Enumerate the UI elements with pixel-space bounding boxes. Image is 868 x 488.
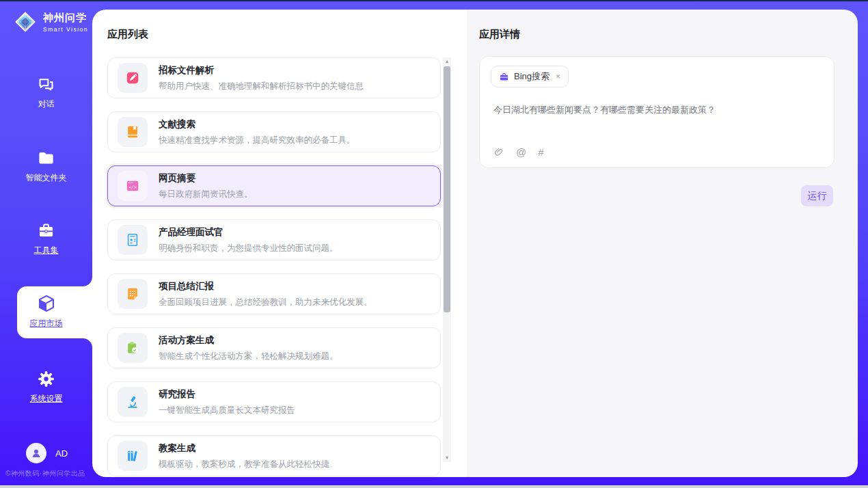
tool-chip-bing-search[interactable]: Bing搜索 × <box>491 66 569 87</box>
gear-icon <box>37 370 55 388</box>
window-bottom-edge <box>0 485 868 488</box>
app-list-title: 应用列表 <box>107 28 148 41</box>
briefcase-icon <box>499 72 509 82</box>
scroll-down-arrow[interactable]: ▼ <box>443 454 451 462</box>
sidebar-item-app-market[interactable]: 应用市场 <box>0 294 92 329</box>
app-list-panel: 应用列表 招标文件解析 帮助用户快速、准确地理解和解析招标书中的关键信息 文献搜… <box>92 10 467 477</box>
app-description: 每日政府新闻资讯快查。 <box>159 189 253 200</box>
user-icon <box>30 447 42 459</box>
app-list-scrollbar[interactable]: ▲ ▼ <box>443 57 451 462</box>
user-initials: AD <box>55 448 68 459</box>
resume-icon <box>118 225 148 255</box>
app-description: 快速精准查找学术资源，提高研究效率的必备工具。 <box>159 135 355 146</box>
app-name: 文献搜索 <box>159 118 355 131</box>
sidebar-item-label: 智能文件夹 <box>0 172 92 184</box>
diamond-logo-icon <box>12 9 38 35</box>
sidebar-item-smart-folder[interactable]: 智能文件夹 <box>0 149 92 184</box>
scroll-up-arrow[interactable]: ▲ <box>443 57 451 66</box>
books-icon <box>118 441 148 471</box>
app-card-event-plan[interactable]: 活动方案生成 智能生成个性化活动方案，轻松解决规划难题。 <box>107 327 441 368</box>
chat-icon <box>37 75 55 94</box>
app-name: 招标文件解析 <box>159 64 364 77</box>
toolbox-icon <box>37 221 55 240</box>
query-text[interactable]: 今日湖北有哪些新闻要点？有哪些需要关注的最新政策？ <box>493 103 823 116</box>
app-description: 明确身份和职责，为您提供专业性的面试问题。 <box>159 243 338 254</box>
sidebar-item-settings[interactable]: 系统设置 <box>0 370 92 405</box>
folder-icon <box>37 149 55 167</box>
hash-icon[interactable]: # <box>538 146 543 158</box>
app-card-bid-analysis[interactable]: 招标文件解析 帮助用户快速、准确地理解和解析招标书中的关键信息 <box>107 57 441 98</box>
tool-chip-label: Bing搜索 <box>514 70 550 83</box>
edit-square-icon <box>118 63 148 93</box>
app-name: 活动方案生成 <box>159 334 338 347</box>
app-card-research-report[interactable]: 研究报告 一键智能生成高质量长文本研究报告 <box>107 381 441 422</box>
sidebar-item-label: 应用市场 <box>0 318 92 329</box>
app-card-pm-interviewer[interactable]: 产品经理面试官 明确身份和职责，为您提供专业性的面试问题。 <box>107 219 441 260</box>
paperclip-icon[interactable] <box>493 147 504 158</box>
sidebar-item-label: 对话 <box>0 98 92 110</box>
app-card-literature-search[interactable]: 文献搜索 快速精准查找学术资源，提高研究效率的必备工具。 <box>107 111 441 152</box>
app-description: 一键智能生成高质量长文本研究报告 <box>159 405 295 416</box>
input-toolbar: @ # <box>493 146 544 158</box>
brand-subtitle: Smart Vision <box>43 26 88 33</box>
sidebar-item-label: 工具集 <box>0 245 92 256</box>
at-icon[interactable]: @ <box>516 146 526 158</box>
window-top-edge <box>0 0 868 1</box>
app-name: 教案生成 <box>159 442 329 455</box>
sidebar-item-label: 系统设置 <box>0 393 92 405</box>
copyright-footer: ©神州数码·神州问学出品 <box>5 469 85 478</box>
query-input-card[interactable]: Bing搜索 × 今日湖北有哪些新闻要点？有哪些需要关注的最新政策？ @ # <box>479 56 835 168</box>
app-description: 智能生成个性化活动方案，轻松解决规划难题。 <box>159 351 338 362</box>
brand-name: 神州问学 <box>43 12 88 25</box>
app-card-project-summary[interactable]: 项目总结汇报 全面回顾项目进展，总结经验教训，助力未来优化发展。 <box>107 273 441 314</box>
app-card-list: 招标文件解析 帮助用户快速、准确地理解和解析招标书中的关键信息 文献搜索 快速精… <box>107 57 441 477</box>
sidebar-item-toolset[interactable]: 工具集 <box>0 221 92 256</box>
scrollbar-thumb[interactable] <box>444 66 450 312</box>
app-name: 产品经理面试官 <box>159 226 338 239</box>
main-content: 应用列表 招标文件解析 帮助用户快速、准确地理解和解析招标书中的关键信息 文献搜… <box>92 10 858 477</box>
app-description: 全面回顾项目进展，总结经验教训，助力未来优化发展。 <box>159 297 372 308</box>
book-icon <box>118 117 148 147</box>
note-icon <box>118 279 148 309</box>
clipboard-check-icon <box>118 333 148 363</box>
app-description: 帮助用户快速、准确地理解和解析招标书中的关键信息 <box>159 81 364 92</box>
cube-icon <box>37 294 56 313</box>
app-name: 项目总结汇报 <box>159 280 372 293</box>
app-detail-title: 应用详情 <box>479 28 520 41</box>
sidebar: 神州问学 Smart Vision 对话 智能文件夹 工具集 <box>0 0 92 488</box>
brand-logo: 神州问学 Smart Vision <box>12 9 88 35</box>
app-card-web-summary[interactable]: </> 网页摘要 每日政府新闻资讯快查。 <box>107 165 441 206</box>
browser-code-icon: </> <box>118 171 148 201</box>
microscope-icon <box>118 387 148 417</box>
svg-text:</>: </> <box>128 185 137 190</box>
chip-close-icon[interactable]: × <box>556 72 560 81</box>
app-card-lesson-plan[interactable]: 教案生成 模板驱动，教案秒成，教学准备从此轻松快捷 <box>107 435 441 476</box>
app-name: 研究报告 <box>159 388 295 401</box>
app-detail-panel: 应用详情 Bing搜索 × 今日湖北有哪些新闻要点？有哪些需要关注的最新政策？ … <box>467 10 858 477</box>
app-name: 网页摘要 <box>159 172 253 185</box>
app-description: 模板驱动，教案秒成，教学准备从此轻松快捷 <box>159 459 329 470</box>
run-button[interactable]: 运行 <box>801 185 833 206</box>
avatar[interactable] <box>26 443 46 463</box>
sidebar-item-chat[interactable]: 对话 <box>0 75 92 110</box>
user-account[interactable]: AD <box>26 443 68 463</box>
